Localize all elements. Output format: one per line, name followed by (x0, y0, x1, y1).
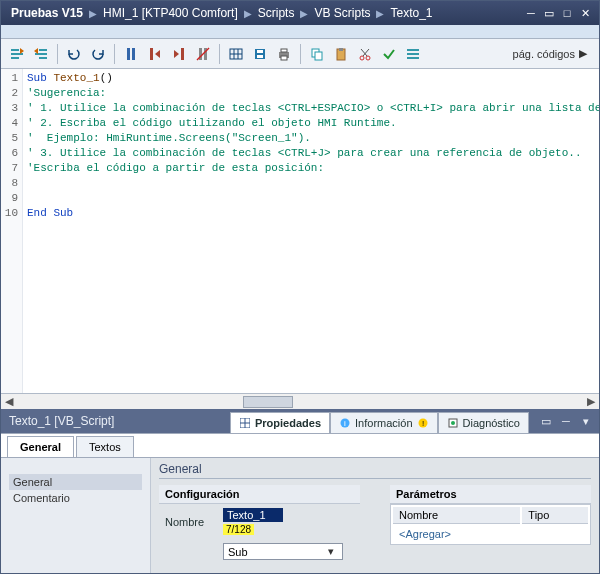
copy-icon[interactable] (307, 44, 327, 64)
svg-text:!: ! (421, 419, 423, 428)
cat-general[interactable]: General (9, 474, 142, 490)
prop-tab-strip: General Textos (1, 434, 599, 458)
svg-rect-19 (257, 55, 263, 58)
name-label: Nombre (165, 516, 215, 528)
check-icon[interactable] (379, 44, 399, 64)
restore-button[interactable]: ▭ (541, 6, 557, 20)
list-icon[interactable] (403, 44, 423, 64)
panel-layout-icon[interactable]: ▭ (537, 413, 555, 429)
svg-rect-31 (407, 49, 419, 51)
line-gutter: 12345678910 (1, 69, 23, 393)
type-value: Sub (228, 546, 248, 558)
crumb-sep-icon: ▶ (298, 8, 310, 19)
crumb-2[interactable]: Scripts (254, 6, 299, 20)
section-title: General (159, 462, 591, 479)
svg-rect-5 (39, 57, 47, 59)
svg-rect-6 (127, 48, 130, 60)
warning-icon: ! (417, 417, 429, 429)
horizontal-scrollbar[interactable]: ◀ ▶ (1, 393, 599, 409)
maximize-button[interactable]: □ (559, 6, 575, 20)
config-heading: Configuración (159, 485, 360, 504)
strip-bar (1, 25, 599, 39)
svg-rect-18 (257, 50, 263, 53)
add-row-label: <Agregar> (393, 526, 520, 542)
col-nombre[interactable]: Nombre (393, 507, 520, 524)
tab-label: Diagnóstico (463, 417, 520, 429)
svg-rect-3 (39, 49, 47, 51)
panel-minimize-icon[interactable]: ─ (557, 413, 575, 429)
paste-icon[interactable] (331, 44, 351, 64)
col-tipo[interactable]: Tipo (522, 507, 588, 524)
chevron-down-icon[interactable]: ▾ (577, 413, 595, 429)
char-counter: 7/128 (223, 524, 254, 535)
prop-category-list: General Comentario (1, 458, 151, 573)
config-group: Configuración Nombre Texto_1 7/128 Sub (159, 485, 360, 564)
svg-rect-9 (181, 48, 184, 60)
crumb-4[interactable]: Texto_1 (386, 6, 436, 20)
scroll-right-icon[interactable]: ▶ (583, 394, 599, 409)
tab-informacion[interactable]: i Información ! (330, 412, 437, 433)
tab-label: Propiedades (255, 417, 321, 429)
params-group: Parámetros Nombre Tipo <Agregar> (390, 485, 591, 564)
indent-out-icon[interactable] (31, 44, 51, 64)
chevron-down-icon: ▾ (324, 545, 338, 558)
svg-point-28 (366, 56, 370, 60)
svg-rect-1 (11, 53, 23, 55)
save-icon[interactable] (250, 44, 270, 64)
params-heading: Parámetros (390, 485, 591, 504)
svg-rect-0 (11, 49, 19, 51)
properties-icon (239, 417, 251, 429)
tab-textos[interactable]: Textos (76, 436, 134, 457)
svg-rect-32 (407, 53, 419, 55)
toolbar: pág. códigos ▶ (1, 39, 599, 69)
cat-comentario[interactable]: Comentario (9, 490, 142, 506)
chevron-right-icon: ▶ (579, 47, 587, 60)
bookmark-clear-icon[interactable] (193, 44, 213, 64)
name-input[interactable]: Texto_1 (223, 508, 283, 522)
window-controls: ─ ▭ □ ✕ (523, 6, 593, 20)
diagnostic-icon (447, 417, 459, 429)
crumb-3[interactable]: VB Scripts (310, 6, 374, 20)
scroll-left-icon[interactable]: ◀ (1, 394, 17, 409)
add-row[interactable]: <Agregar> (393, 526, 588, 542)
info-icon: i (339, 417, 351, 429)
bookmark-prev-icon[interactable] (145, 44, 165, 64)
minimize-button[interactable]: ─ (523, 6, 539, 20)
properties-panel: General Textos General Comentario Genera… (1, 433, 599, 573)
indent-in-icon[interactable] (7, 44, 27, 64)
svg-rect-21 (281, 49, 287, 52)
svg-line-12 (197, 48, 209, 60)
crumb-sep-icon: ▶ (242, 8, 254, 19)
svg-text:i: i (344, 419, 346, 428)
bookmark-toggle-icon[interactable] (121, 44, 141, 64)
crumb-sep-icon: ▶ (87, 8, 99, 19)
type-select[interactable]: Sub ▾ (223, 543, 343, 560)
code-text-area[interactable]: Sub Texto_1() 'Sugerencia: ' 1. Utilice … (23, 69, 599, 393)
code-editor: 12345678910 Sub Texto_1() 'Sugerencia: '… (1, 69, 599, 393)
tab-propiedades[interactable]: Propiedades (230, 412, 330, 433)
svg-point-27 (360, 56, 364, 60)
undo-icon[interactable] (64, 44, 84, 64)
title-bar: Pruebas V15 ▶ HMI_1 [KTP400 Comfort] ▶ S… (1, 1, 599, 25)
tab-label: Información (355, 417, 412, 429)
close-button[interactable]: ✕ (577, 6, 593, 20)
redo-icon[interactable] (88, 44, 108, 64)
cut-icon[interactable] (355, 44, 375, 64)
scroll-thumb[interactable] (243, 396, 293, 408)
svg-rect-8 (150, 48, 153, 60)
svg-point-42 (451, 421, 455, 425)
tab-diagnostico[interactable]: Diagnóstico (438, 412, 529, 433)
print-icon[interactable] (274, 44, 294, 64)
crumb-0[interactable]: Pruebas V15 (7, 6, 87, 20)
toolbar-right-label[interactable]: pág. códigos ▶ (513, 47, 593, 60)
bookmark-next-icon[interactable] (169, 44, 189, 64)
tab-general[interactable]: General (7, 436, 74, 457)
crumb-1[interactable]: HMI_1 [KTP400 Comfort] (99, 6, 242, 20)
table-icon[interactable] (226, 44, 246, 64)
page-codes-label: pág. códigos (513, 48, 575, 60)
svg-rect-4 (35, 53, 47, 55)
params-table: Nombre Tipo <Agregar> (390, 504, 591, 545)
svg-rect-2 (11, 57, 19, 59)
svg-rect-7 (132, 48, 135, 60)
svg-rect-24 (315, 52, 322, 60)
